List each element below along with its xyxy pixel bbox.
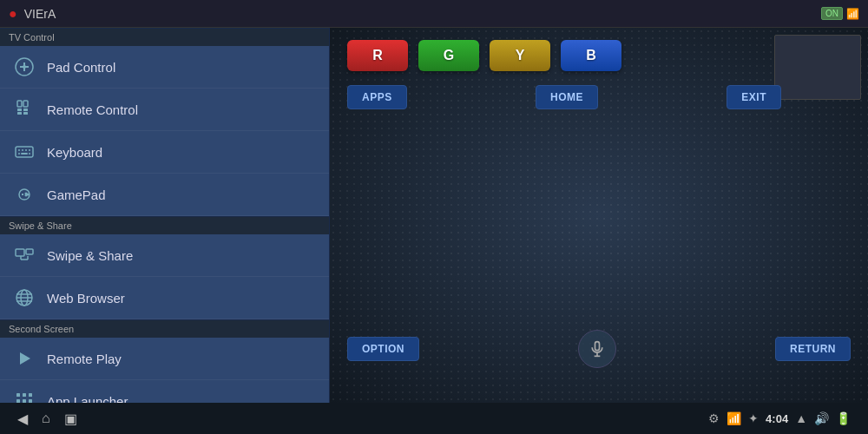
app-title: VIErA [24, 7, 56, 21]
svg-point-20 [25, 194, 27, 196]
remote-control-label: Remote Control [47, 102, 138, 117]
section-header-second-screen: Second Screen [0, 319, 329, 338]
svg-rect-2 [17, 101, 22, 107]
color-button-yellow[interactable]: Y [490, 40, 550, 71]
main-content: TV Control Pad Control [0, 28, 868, 403]
title-bar-right: ON 📶 [821, 7, 859, 20]
sidebar-item-app-launcher[interactable]: App Launcher [0, 380, 329, 403]
svg-rect-8 [16, 147, 33, 157]
svg-rect-39 [595, 342, 600, 351]
app-launcher-label: App Launcher [47, 394, 128, 404]
bottom-bar: ◀ ⌂ ▣ ⚙ 📶 ✦ 4:04 ▲ 🔊 🔋 [0, 403, 868, 434]
svg-rect-29 [16, 393, 20, 397]
signal-icon: ▲ [795, 411, 807, 425]
section-header-swipe-share: Swipe & Share [0, 216, 329, 234]
settings-icon: ⚙ [708, 411, 720, 425]
svg-rect-3 [17, 108, 22, 111]
svg-rect-6 [23, 108, 28, 111]
mic-button[interactable] [578, 330, 616, 368]
svg-rect-21 [16, 249, 24, 256]
color-buttons-row: R G Y B [347, 40, 851, 71]
clock: 4:04 [766, 412, 788, 425]
status-area: ⚙ 📶 ✦ 4:04 ▲ 🔊 🔋 [708, 411, 851, 425]
recents-button[interactable]: ▣ [64, 411, 77, 427]
section-header-tv-control: TV Control [0, 28, 329, 46]
svg-point-1 [23, 65, 26, 69]
svg-marker-28 [20, 352, 30, 365]
app-icon: ● [9, 6, 17, 22]
option-button[interactable]: OPTION [347, 337, 419, 361]
sidebar-item-web-browser[interactable]: Web Browser [0, 277, 329, 319]
app-launcher-icon [12, 389, 36, 403]
svg-rect-4 [17, 112, 22, 115]
swipe-share-label: Swipe & Share [47, 248, 133, 263]
color-button-green[interactable]: G [418, 40, 479, 71]
svg-rect-22 [26, 249, 33, 254]
remote-panel: R G Y B APPS HOME EXIT OPTION RETURN [330, 28, 868, 403]
remote-play-icon [12, 346, 36, 371]
svg-rect-5 [23, 101, 28, 107]
remote-control-icon [12, 97, 36, 122]
apps-button[interactable]: APPS [347, 85, 407, 109]
exit-button[interactable]: EXIT [727, 85, 781, 109]
gamepad-icon [12, 182, 36, 207]
battery-icon: 🔋 [836, 411, 851, 425]
web-browser-label: Web Browser [47, 291, 125, 306]
svg-rect-30 [23, 393, 26, 397]
volume-icon: 🔊 [814, 411, 829, 425]
keyboard-label: Keyboard [47, 145, 102, 160]
svg-rect-31 [29, 393, 32, 397]
keyboard-icon [12, 140, 36, 164]
sidebar-item-swipe-share[interactable]: Swipe & Share [0, 234, 329, 277]
gamepad-label: GamePad [47, 187, 106, 202]
back-button[interactable]: ◀ [17, 411, 28, 427]
return-button[interactable]: RETURN [775, 337, 851, 361]
wifi-status-icon: 📶 [727, 411, 741, 425]
title-bar: ● VIErA ON 📶 [0, 0, 868, 28]
on-badge: ON [821, 7, 843, 20]
globe-icon [12, 286, 36, 310]
sidebar: TV Control Pad Control [0, 28, 330, 403]
color-button-red[interactable]: R [347, 40, 408, 71]
sidebar-item-remote-play[interactable]: Remote Play [0, 338, 329, 380]
sidebar-item-keyboard[interactable]: Keyboard [0, 131, 329, 174]
swipe-share-icon [12, 243, 36, 267]
bluetooth-icon: ✦ [748, 411, 759, 425]
pad-control-icon [12, 55, 36, 79]
remote-play-label: Remote Play [47, 352, 122, 366]
func-buttons-row: APPS HOME EXIT [347, 85, 781, 109]
home-button[interactable]: HOME [536, 85, 598, 109]
home-nav-button[interactable]: ⌂ [42, 411, 50, 426]
color-button-blue[interactable]: B [561, 40, 621, 71]
svg-rect-7 [23, 112, 28, 115]
sidebar-item-gamepad[interactable]: GamePad [0, 174, 329, 216]
sidebar-item-pad-control[interactable]: Pad Control [0, 46, 329, 89]
pad-control-label: Pad Control [47, 60, 115, 75]
bottom-buttons: OPTION RETURN [347, 330, 851, 368]
wifi-icon: 📶 [846, 8, 859, 20]
sidebar-item-remote-control[interactable]: Remote Control [0, 89, 329, 131]
